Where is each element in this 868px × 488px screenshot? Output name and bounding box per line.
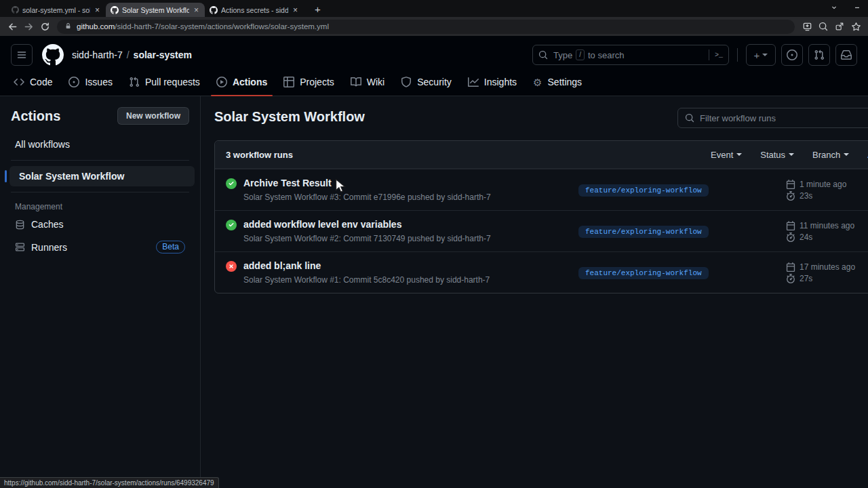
reload-icon[interactable]	[37, 18, 53, 35]
sidebar-item-runners[interactable]: Runners Beta	[5, 236, 195, 258]
minimize-window-icon[interactable]	[853, 2, 861, 14]
tab-issues[interactable]: Issues	[63, 71, 117, 96]
divider	[11, 160, 189, 161]
bookmark-star-icon[interactable]	[848, 18, 864, 35]
tab-projects[interactable]: Projects	[278, 71, 340, 96]
tab-close-icon[interactable]: ×	[94, 5, 101, 15]
breadcrumb: sidd-harth-7 / solar-system	[72, 49, 192, 60]
run-title-link[interactable]: Archive Test Result	[243, 178, 491, 188]
sidebar-item-solar-system-workflow[interactable]: Solar System Workflow	[9, 166, 195, 186]
tab-title: Solar System Workflow - Workflo	[122, 6, 189, 14]
github-logo-icon[interactable]	[42, 44, 64, 66]
tab-wiki[interactable]: Wiki	[345, 71, 390, 96]
issues-dashboard-button[interactable]	[781, 44, 803, 66]
global-search-input[interactable]: Type / to search >_	[532, 45, 729, 65]
breadcrumb-owner[interactable]: sidd-harth-7	[72, 49, 123, 60]
run-title-link[interactable]: added workflow level env variables	[243, 219, 491, 230]
status-filter-dropdown[interactable]: Status	[760, 150, 794, 160]
tab-security[interactable]: Security	[395, 71, 457, 96]
new-tab-button[interactable]: +	[311, 3, 325, 17]
tab-search-chevron-icon[interactable]	[830, 2, 838, 14]
database-icon	[15, 220, 25, 230]
browser-tab-2-active[interactable]: Solar System Workflow - Workflo ×	[106, 3, 205, 17]
book-icon	[351, 77, 361, 87]
calendar-icon	[786, 262, 795, 272]
workflow-runs-panel: 3 workflow runs Event Status Branch Acto…	[214, 140, 868, 293]
filter-workflow-runs-box	[677, 108, 868, 128]
chevron-down-icon	[736, 153, 742, 156]
branch-filter-dropdown[interactable]: Branch	[812, 150, 849, 160]
browser-toolbar: github.com/sidd-harth-7/solar-system/act…	[0, 17, 868, 36]
run-time: 17 minutes ago	[800, 262, 855, 272]
table-icon	[283, 77, 294, 87]
run-title-link[interactable]: added bl;ank line	[243, 260, 490, 271]
inbox-button[interactable]	[835, 44, 857, 66]
url-path: /sidd-harth-7/solar-system/actions/workf…	[115, 22, 329, 30]
new-workflow-button[interactable]: New workflow	[117, 107, 189, 125]
sidebar-item-caches[interactable]: Caches	[5, 214, 195, 235]
back-icon[interactable]	[4, 18, 20, 35]
tab-close-icon[interactable]: ×	[292, 5, 299, 15]
run-duration: 27s	[800, 274, 812, 283]
run-subtitle: Solar System Workflow #2: Commit 7130749…	[243, 234, 491, 243]
url-host: github.com	[77, 22, 115, 30]
hamburger-menu-button[interactable]	[11, 44, 33, 66]
success-check-icon	[226, 178, 237, 202]
event-filter-dropdown[interactable]: Event	[711, 150, 742, 160]
stopwatch-icon	[786, 232, 795, 242]
gear-icon: ⚙	[533, 77, 542, 87]
tab-actions[interactable]: Actions	[211, 71, 273, 96]
create-new-button[interactable]: +	[746, 44, 776, 66]
branch-badge[interactable]: feature/exploring-workflow	[578, 226, 709, 238]
link-preview-status-bar: https://github.com/sidd-harth-7/solar-sy…	[0, 477, 219, 488]
github-favicon	[111, 6, 119, 14]
run-subtitle: Solar System Workflow #3: Commit e71996e…	[243, 192, 491, 202]
git-pull-request-icon	[129, 77, 140, 87]
sidebar-item-all-workflows[interactable]: All workflows	[5, 134, 195, 155]
run-subtitle: Solar System Workflow #1: Commit 5c8c420…	[243, 275, 490, 285]
run-time: 1 minute ago	[800, 180, 846, 189]
tab-insights[interactable]: Insights	[462, 71, 522, 96]
run-duration: 24s	[800, 232, 812, 242]
divider	[737, 48, 738, 62]
branch-badge[interactable]: feature/exploring-workflow	[578, 267, 709, 279]
github-favicon-dim	[12, 6, 19, 14]
tab-close-icon[interactable]: ×	[193, 5, 200, 15]
run-time: 11 minutes ago	[800, 221, 854, 230]
search-icon	[538, 50, 548, 60]
repo-nav: Code Issues Pull requests Actions Projec…	[0, 71, 868, 96]
tab-code[interactable]: Code	[8, 71, 58, 96]
search-icon	[685, 113, 694, 123]
github-header: sidd-harth-7 / solar-system Type / to se…	[0, 36, 868, 96]
chevron-down-icon	[789, 153, 794, 156]
filter-workflow-runs-input[interactable]	[700, 113, 868, 123]
workflow-runs-main: Solar System Workflow 3 workflow runs Ev…	[201, 96, 868, 487]
tab-settings[interactable]: ⚙ Settings	[528, 71, 587, 96]
breadcrumb-repo[interactable]: solar-system	[134, 49, 192, 60]
browser-tab-1[interactable]: solar-system.yml - solar-system ×	[7, 3, 106, 17]
forward-icon[interactable]	[20, 18, 37, 35]
run-duration: 23s	[800, 191, 812, 201]
command-palette-icon[interactable]: >_	[709, 49, 723, 60]
stopwatch-icon	[786, 274, 795, 283]
install-app-icon[interactable]	[799, 18, 815, 35]
address-bar[interactable]: github.com/sidd-harth-7/solar-system/act…	[57, 20, 795, 34]
branch-badge[interactable]: feature/exploring-workflow	[578, 184, 709, 197]
play-circle-icon	[216, 77, 227, 87]
browser-tab-3[interactable]: Actions secrets - sidd-harth-7/so ×	[205, 3, 304, 17]
issue-opened-icon	[68, 77, 79, 87]
calendar-icon	[786, 221, 795, 230]
pull-requests-dashboard-button[interactable]	[808, 44, 830, 66]
failure-x-icon	[226, 261, 237, 285]
zoom-page-icon[interactable]	[815, 18, 831, 35]
github-favicon	[210, 6, 218, 14]
calendar-icon	[786, 180, 795, 189]
workflow-run-row: added bl;ank line Solar System Workflow …	[215, 251, 868, 293]
slash-key-hint: /	[576, 49, 585, 60]
actions-sidebar: Actions New workflow All workflows Solar…	[0, 96, 201, 487]
divider	[11, 192, 189, 192]
beta-badge: Beta	[156, 241, 185, 253]
share-icon[interactable]	[831, 18, 848, 35]
management-section-label: Management	[0, 198, 200, 213]
tab-pull-requests[interactable]: Pull requests	[123, 71, 205, 96]
